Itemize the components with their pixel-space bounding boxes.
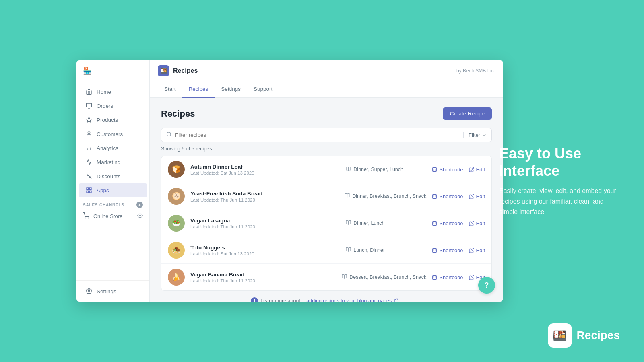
avatar: 🧆 <box>168 242 185 259</box>
avatar: 🍞 <box>168 161 185 178</box>
svg-line-20 <box>170 136 171 137</box>
recipe-actions: Shortcode Edit <box>432 167 485 173</box>
sidebar-logo: 🏪 <box>76 60 149 81</box>
search-icon <box>166 132 172 138</box>
right-panel: Easy to Use Interface Easily create, vie… <box>499 145 620 217</box>
svg-point-15 <box>85 218 85 218</box>
sidebar-item-discounts-label: Discounts <box>97 173 120 179</box>
sidebar-nav: Home Orders Products <box>76 81 149 280</box>
sidebar-item-settings[interactable]: Settings <box>79 284 147 298</box>
shortcode-button[interactable]: Shortcode <box>432 274 463 280</box>
shortcode-button[interactable]: Shortcode <box>432 167 463 173</box>
orders-icon <box>85 102 93 109</box>
recipe-actions: Shortcode Edit <box>432 274 485 280</box>
svg-rect-11 <box>87 188 89 190</box>
sidebar-item-customers[interactable]: Customers <box>79 127 147 141</box>
recipe-date: Last Updated: Sat Jun 13 2020 <box>190 171 340 175</box>
recipe-name: Vegan Banana Bread <box>190 272 336 278</box>
filter-button[interactable]: Filter <box>463 132 487 138</box>
sidebar-item-online-store[interactable]: Online Store <box>76 210 149 223</box>
edit-button[interactable]: Edit <box>469 220 485 226</box>
sidebar-item-apps-label: Apps <box>97 187 109 193</box>
right-panel-title: Easy to Use Interface <box>499 145 620 179</box>
sidebar-item-apps[interactable]: Apps <box>79 183 147 197</box>
app-header: 🍱 Recipes by BentoSMB Inc. <box>150 60 503 81</box>
shortcode-button[interactable]: Shortcode <box>432 247 463 253</box>
sidebar-item-orders[interactable]: Orders <box>79 99 147 113</box>
sidebar-item-analytics-label: Analytics <box>97 145 118 151</box>
recipe-actions: Shortcode Edit <box>432 193 485 200</box>
svg-point-17 <box>139 215 141 216</box>
edit-button[interactable]: Edit <box>469 193 485 200</box>
recipe-tags: Dinner, Supper, Lunch <box>346 166 426 173</box>
discounts-icon <box>85 173 93 180</box>
bottom-logo-text: Recipes <box>577 329 620 342</box>
edit-button[interactable]: Edit <box>469 167 485 173</box>
shortcode-button[interactable]: Shortcode <box>432 193 463 200</box>
analytics-icon <box>85 144 93 152</box>
tag-icon <box>346 166 351 173</box>
svg-marker-3 <box>86 117 91 122</box>
help-button[interactable]: ? <box>478 277 495 294</box>
home-icon <box>85 88 93 95</box>
sidebar-item-discounts[interactable]: Discounts <box>79 169 147 183</box>
svg-point-4 <box>88 132 90 134</box>
recipe-tag-text: Dessert, Breakfast, Brunch, Snack <box>349 274 426 280</box>
table-row: 🫓 Yeast-Free Irish Soda Bread Last Updat… <box>161 183 491 210</box>
customers-icon <box>85 130 93 138</box>
recipe-name: Yeast-Free Irish Soda Bread <box>190 191 339 197</box>
page-wrapper: 🏪 Home Orders <box>0 0 644 362</box>
tab-start[interactable]: Start <box>158 81 182 98</box>
svg-point-18 <box>88 290 90 292</box>
recipe-name: Vegan Lasagna <box>190 218 340 224</box>
sidebar-item-marketing[interactable]: Marketing <box>79 155 147 169</box>
avatar: 🍌 <box>168 269 185 286</box>
learn-more-section: i Learn more about adding recipes to you… <box>161 297 492 302</box>
tag-icon <box>346 247 351 253</box>
sales-channels-label: SALES CHANNELS <box>83 203 124 207</box>
recipe-tag-text: Dinner, Supper, Lunch <box>353 167 403 172</box>
bottom-logo: 🍱 Recipes <box>548 323 620 348</box>
sidebar-item-analytics[interactable]: Analytics <box>79 141 147 155</box>
learn-more-prefix: Learn more about <box>260 298 300 302</box>
online-store-label: Online Store <box>93 213 122 219</box>
recipe-tags: Dinner, Breakfast, Brunch, Snack <box>345 193 426 200</box>
recipe-date: Last Updated: Thu Jun 11 2020 <box>190 278 336 283</box>
right-panel-description: Easily create, view, edit, and embed you… <box>499 186 620 217</box>
app-title: Recipes <box>173 67 198 74</box>
svg-rect-13 <box>89 191 91 193</box>
eye-icon <box>137 213 143 220</box>
tab-recipes[interactable]: Recipes <box>182 81 215 98</box>
search-input[interactable] <box>175 128 463 142</box>
svg-line-10 <box>87 174 91 179</box>
marketing-icon <box>85 158 93 166</box>
main-content: 🍱 Recipes by BentoSMB Inc. Start Recipes… <box>150 60 503 302</box>
table-row: 🍌 Vegan Banana Bread Last Updated: Thu J… <box>161 264 491 290</box>
table-row: 🧆 Tofu Nuggets Last Updated: Sat Jun 13 … <box>161 237 491 264</box>
edit-button[interactable]: Edit <box>469 247 485 253</box>
shortcode-button[interactable]: Shortcode <box>432 220 463 226</box>
info-icon: i <box>251 297 258 302</box>
online-store-icon <box>83 212 89 220</box>
sidebar-item-products[interactable]: Products <box>79 113 147 127</box>
sidebar-item-home-label: Home <box>97 89 111 95</box>
create-recipe-button[interactable]: Create Recipe <box>443 107 492 120</box>
app-window: 🏪 Home Orders <box>76 60 503 302</box>
recipe-tags: Lunch, Dinner <box>346 247 426 253</box>
avatar: 🫓 <box>168 188 185 205</box>
svg-rect-12 <box>89 188 91 190</box>
recipe-actions: Shortcode Edit <box>432 220 485 226</box>
recipe-tag-text: Lunch, Dinner <box>353 247 385 253</box>
sidebar-item-home[interactable]: Home <box>79 85 147 99</box>
learn-more-suffix: . <box>400 298 402 302</box>
add-sales-channel-button[interactable]: + <box>136 202 143 208</box>
tab-settings[interactable]: Settings <box>215 81 247 98</box>
sidebar: 🏪 Home Orders <box>76 60 150 302</box>
tab-support[interactable]: Support <box>247 81 279 98</box>
learn-more-link[interactable]: adding recipes to your blog and pages <box>306 298 392 302</box>
content-header: Recipes Create Recipe <box>161 107 492 120</box>
recipe-tag-text: Dinner, Breakfast, Brunch, Snack <box>352 193 426 199</box>
bottom-logo-icon: 🍱 <box>548 323 572 348</box>
svg-point-19 <box>167 132 171 136</box>
svg-rect-0 <box>86 103 91 107</box>
